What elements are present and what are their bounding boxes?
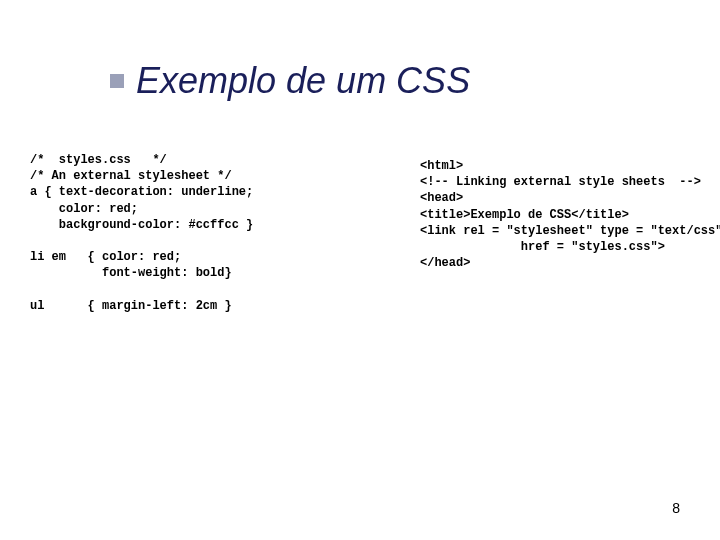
- page-number: 8: [672, 500, 680, 516]
- slide-title: Exemplo de um CSS: [136, 60, 470, 102]
- html-code-block: <html> <!-- Linking external style sheet…: [420, 152, 720, 314]
- bullet-icon: [110, 74, 124, 88]
- slide: Exemplo de um CSS /* styles.css */ /* An…: [0, 0, 720, 540]
- title-row: Exemplo de um CSS: [110, 60, 670, 102]
- content-columns: /* styles.css */ /* An external styleshe…: [30, 152, 670, 314]
- css-code-block: /* styles.css */ /* An external styleshe…: [30, 152, 380, 314]
